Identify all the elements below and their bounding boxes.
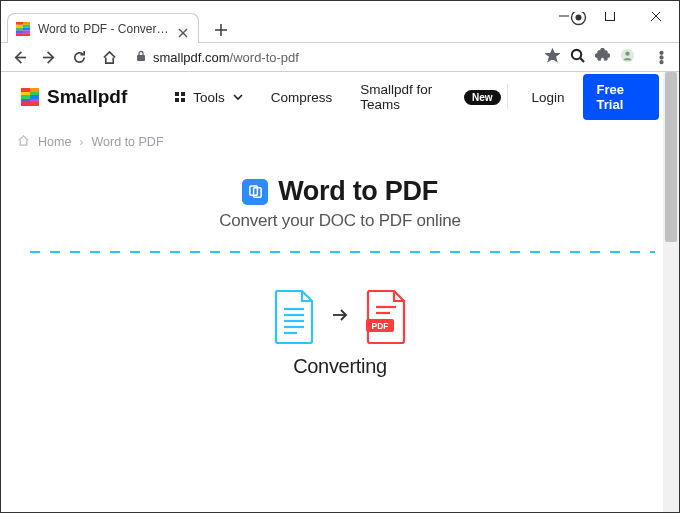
brand[interactable]: Smallpdf [21,86,127,108]
browser-menu-button[interactable] [649,45,673,69]
vertical-scrollbar[interactable] [663,72,679,513]
nav-teams[interactable]: Smallpdf for Teams New [360,82,500,112]
new-tab-button[interactable] [209,18,233,42]
nav-back-button[interactable] [7,45,31,69]
browser-toolbar: smallpdf.com/word-to-pdf [1,42,679,72]
home-icon [17,134,30,150]
nav-teams-label: Smallpdf for Teams [360,82,456,112]
nav: Tools Compress Smallpdf for Teams New [175,82,500,112]
nav-tools[interactable]: Tools [175,90,243,105]
browser-tab[interactable]: Word to PDF - Convert your DOC [7,13,199,43]
svg-rect-13 [23,30,30,33]
extensions-icon[interactable] [595,48,610,67]
hero: Word to PDF Convert your DOC to PDF onli… [1,176,679,231]
search-icon[interactable] [570,48,585,67]
svg-rect-11 [23,27,30,30]
lock-icon [135,48,147,66]
page-content: Smallpdf Tools Compress Smallpdf for Tea… [1,72,679,461]
svg-rect-7 [23,22,30,25]
titlebar [1,1,679,12]
favicon-icon [16,22,30,36]
header-separator [507,84,508,110]
conversion-status-label: Converting [25,355,655,378]
tab-close-button[interactable] [178,24,188,34]
apps-icon [175,92,185,102]
svg-rect-9 [23,24,30,27]
login-link[interactable]: Login [531,90,564,105]
page-title: Word to PDF [278,176,438,207]
breadcrumb-home[interactable]: Home [38,135,71,149]
brand-logo-icon [21,88,39,106]
pdf-badge-text: PDF [372,321,389,331]
target-pdf-icon: PDF [364,289,408,345]
svg-point-29 [660,56,663,59]
svg-marker-23 [546,49,559,61]
svg-rect-12 [16,30,23,33]
nav-teams-pill: New [464,90,501,105]
site-header: Smallpdf Tools Compress Smallpdf for Tea… [1,72,679,122]
scrollbar-thumb[interactable] [665,72,677,242]
svg-rect-15 [23,33,30,36]
svg-point-30 [660,60,663,63]
bookmark-icon[interactable] [545,48,560,67]
breadcrumb-current: Word to PDF [92,135,164,149]
free-trial-button[interactable]: Free Trial [583,74,659,120]
svg-rect-8 [16,24,23,27]
arrow-right-icon [332,307,348,327]
word-to-pdf-badge-icon [242,179,268,205]
chevron-down-icon [233,90,243,105]
profile-icon[interactable] [620,48,635,67]
nav-reload-button[interactable] [67,45,91,69]
nav-forward-button[interactable] [37,45,61,69]
svg-rect-14 [16,33,23,36]
nav-compress[interactable]: Compress [271,90,333,105]
url-host: smallpdf.com [153,50,230,65]
brand-name: Smallpdf [47,86,127,108]
svg-line-25 [580,58,584,62]
nav-home-button[interactable] [97,45,121,69]
conversion-area: PDF Converting [25,251,655,461]
svg-rect-3 [606,11,615,20]
svg-point-28 [660,51,663,54]
source-document-icon [272,289,316,345]
breadcrumb: Home › Word to PDF [1,122,679,162]
address-bar[interactable]: smallpdf.com/word-to-pdf [127,46,643,68]
svg-rect-6 [16,22,23,25]
tab-title: Word to PDF - Convert your DOC [38,22,170,36]
breadcrumb-separator: › [79,135,83,149]
url-path: /word-to-pdf [230,50,299,65]
svg-rect-10 [16,27,23,30]
svg-point-27 [625,51,629,55]
url-text: smallpdf.com/word-to-pdf [153,50,299,65]
svg-rect-22 [137,55,145,61]
svg-point-24 [572,49,581,58]
nav-tools-label: Tools [193,90,225,105]
page-subtitle: Convert your DOC to PDF online [1,211,679,231]
